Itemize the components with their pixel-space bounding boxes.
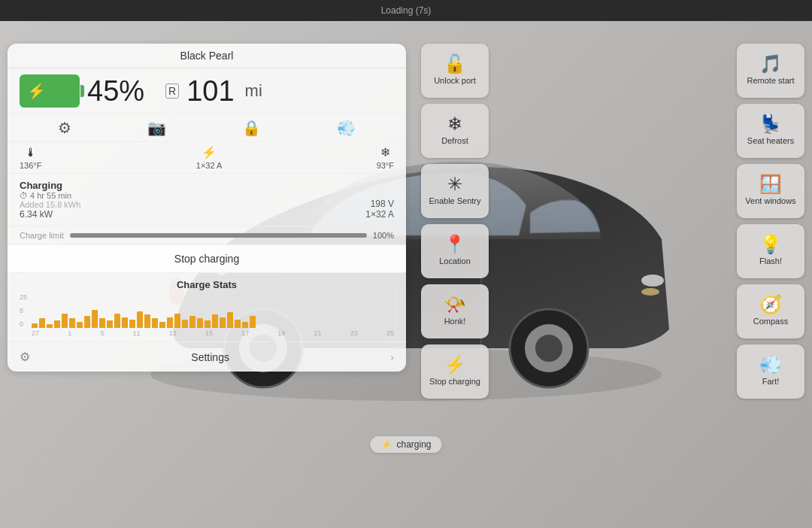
chart-bar: [32, 323, 38, 328]
vent-windows-button-label: Vent windows: [745, 196, 795, 206]
temp-row: 🌡 136°F ⚡ 1×32 A ❄ 93°F: [8, 142, 406, 174]
chart-bar: [137, 311, 143, 328]
defrost-button[interactable]: ❄ Defrost: [421, 104, 489, 158]
stop-charging-ctrl-button-icon: ⚡: [444, 356, 466, 374]
charge-limit-fill: [70, 233, 367, 238]
location-button-label: Location: [439, 256, 471, 266]
battery-percent: 45%: [87, 75, 144, 108]
unlock-port-button[interactable]: 🔓 Unlock port: [421, 44, 489, 98]
charge-stats-title: Charge Stats: [20, 279, 394, 290]
engine-temp-value: 136°F: [20, 161, 41, 170]
chart-bar: [220, 317, 226, 328]
panel-title: Black Pearl: [8, 44, 406, 68]
chart-bar: [167, 317, 173, 328]
chart-bar: [62, 314, 68, 328]
chart-bar: [84, 316, 90, 328]
cabin-temp-value: 93°F: [377, 161, 394, 170]
charge-limit-value: 100%: [373, 231, 394, 240]
enable-sentry-button-icon: ✳: [447, 175, 462, 193]
chart-bar: [69, 318, 75, 328]
chart-y-8: 8: [20, 307, 27, 314]
remote-start-button[interactable]: 🎵 Remote start: [737, 44, 804, 98]
defrost-button-label: Defrost: [441, 136, 468, 146]
location-button[interactable]: 📍 Location: [421, 224, 489, 278]
chart-bar: [152, 318, 158, 328]
chart-x-labels: 27 1 5 11 13 15 17 19 21 23 25: [32, 329, 394, 337]
honk-button[interactable]: 📯 Honk!: [421, 284, 489, 338]
unlock-port-button-label: Unlock port: [434, 76, 476, 86]
enable-sentry-button[interactable]: ✳ Enable Sentry: [421, 164, 489, 218]
chart-bar: [197, 318, 203, 328]
chart-area: 25 8 0 27 1 5 11 13 15 17 19 21 23: [20, 293, 394, 338]
loading-text: Loading (7s): [381, 5, 432, 16]
seat-heaters-button-icon: 💺: [759, 115, 782, 133]
chart-bar: [174, 314, 180, 328]
charging-amps-value: 1×32 A: [196, 161, 223, 170]
seat-heaters-button-label: Seat heaters: [747, 136, 794, 146]
flash-button[interactable]: 💡 Flash!: [737, 224, 804, 278]
charging-added: Added 15.8 kWh: [20, 200, 80, 209]
chart-bar: [107, 320, 113, 328]
remote-start-button-label: Remote start: [747, 76, 795, 86]
vent-windows-button-icon: 🪟: [759, 175, 782, 193]
flash-button-label: Flash!: [759, 256, 782, 266]
fart-button[interactable]: 💨 Fart!: [737, 344, 804, 399]
charge-stats-section: Charge Stats 25 8 0 27 1 5 11 13 15 17: [8, 273, 406, 342]
settings-row[interactable]: ⚙ Settings ›: [8, 342, 406, 372]
battery-indicator: ⚡: [20, 74, 80, 108]
stop-charging-ctrl-button-label: Stop charging: [429, 377, 480, 387]
chart-bar: [212, 314, 218, 328]
fart-button-label: Fart!: [762, 377, 780, 387]
charging-badge-icon: ⚡: [380, 439, 392, 450]
chart-bar: [205, 320, 211, 328]
charge-limit-bar: [70, 233, 367, 238]
wrench-icon: ⚙: [58, 119, 71, 137]
remote-start-button-icon: 🎵: [759, 55, 782, 73]
left-temp: 🌡 136°F: [20, 146, 41, 170]
chart-bar: [159, 322, 165, 328]
bolt-icon: ⚡: [27, 82, 46, 100]
charging-volts: 198 V: [371, 199, 394, 209]
svg-point-6: [535, 335, 562, 362]
location-button-icon: 📍: [444, 235, 466, 253]
chart-bar: [114, 314, 120, 328]
honk-button-icon: 📯: [444, 296, 466, 314]
chart-bar: [122, 317, 128, 328]
chart-bar: [235, 320, 241, 328]
chart-bar: [189, 316, 195, 328]
charging-info: Charging ⏱ 4 hr 55 min Added 15.8 kWh 6.…: [8, 174, 406, 226]
right-temp: ❄ 93°F: [377, 145, 394, 170]
charging-icon-temp: ⚡: [201, 145, 217, 159]
center-temp: ⚡ 1×32 A: [196, 145, 223, 170]
chart-y-25: 25: [20, 293, 27, 301]
charging-title: Charging: [20, 180, 80, 191]
flash-button-icon: 💡: [759, 235, 782, 253]
chart-bar: [77, 322, 83, 328]
chart-bar: [54, 320, 60, 328]
chart-bar: [242, 322, 248, 328]
charge-limit-label: Charge limit: [20, 231, 64, 240]
vent-windows-button[interactable]: 🪟 Vent windows: [737, 164, 804, 218]
top-bar: Loading (7s): [0, 0, 812, 21]
vehicle-name: Black Pearl: [180, 50, 234, 62]
chart-bar: [227, 312, 233, 328]
chart-bar: [47, 324, 53, 328]
defrost-button-icon: ❄: [447, 115, 462, 133]
battery-row: ⚡ 45% R 101 mi: [8, 68, 406, 114]
compass-button[interactable]: 🧭 Compass: [737, 284, 804, 338]
fart-button-icon: 💨: [759, 356, 782, 374]
left-panel: Black Pearl ⚡ 45% R 101 mi ⚙ 📷 🔒 💨 🌡 136…: [8, 44, 406, 372]
range-miles: 101: [186, 75, 234, 108]
charging-time: ⏱ 4 hr 55 min: [20, 191, 80, 200]
charging-badge-label: charging: [396, 439, 431, 450]
seat-heaters-button[interactable]: 💺 Seat heaters: [737, 104, 804, 158]
stop-charging-button[interactable]: Stop charging: [8, 245, 406, 273]
svg-point-10: [641, 275, 664, 287]
chart-bar: [129, 320, 135, 328]
settings-gear-icon: ⚙: [20, 350, 30, 364]
chart-bar: [99, 318, 105, 328]
charge-limit-row: Charge limit 100%: [8, 226, 406, 245]
chart-bar: [250, 316, 256, 328]
stop-charging-ctrl-button[interactable]: ⚡ Stop charging: [421, 344, 489, 399]
compass-button-icon: 🧭: [759, 296, 782, 314]
